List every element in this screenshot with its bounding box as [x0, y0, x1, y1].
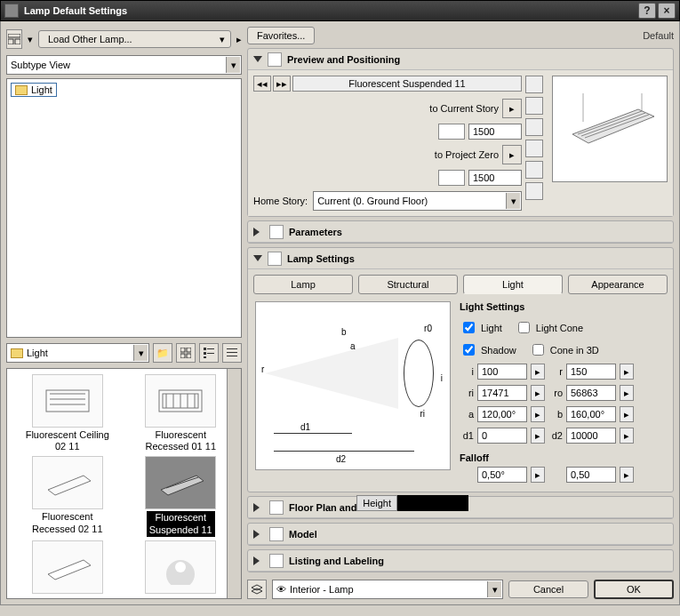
help-button[interactable]: ? [638, 3, 656, 19]
layers-icon [251, 584, 263, 595]
to-zero-input[interactable] [468, 170, 522, 186]
eye-icon: 👁 [276, 584, 286, 595]
falloff-a-flyout[interactable]: ▸ [531, 467, 545, 483]
thumb-preview [145, 374, 216, 428]
to-zero-flyout[interactable]: ▸ [502, 145, 522, 164]
home-story-dropdown[interactable]: Current (0. Ground Floor) ▾ [313, 191, 522, 211]
param-a-input[interactable] [477, 406, 527, 422]
param-b-label: b [548, 409, 563, 420]
next-object-button[interactable]: ▸▸ [273, 76, 291, 92]
param-b-flyout[interactable]: ▸ [620, 406, 634, 422]
thumb-item[interactable]: Fluorescent Recessed 02 11 [12, 456, 123, 536]
cone3d-checkbox-label: Cone in 3D [550, 345, 599, 356]
height-overlay-label: Height [356, 495, 397, 511]
layer-icon-button[interactable] [247, 580, 267, 599]
view-mode-button-5[interactable] [525, 161, 543, 179]
listing-header[interactable]: Listing and Labeling [248, 550, 673, 572]
lamp-tab-body: r b a r0 ri i d1 d2 Light Settings Light… [248, 294, 673, 492]
svg-marker-39 [252, 588, 262, 594]
model-header[interactable]: Model [248, 524, 673, 545]
param-ri-flyout[interactable]: ▸ [531, 385, 545, 401]
up-folder-button[interactable]: 📁 [153, 343, 172, 363]
thumb-preview [145, 540, 216, 594]
load-other-button[interactable]: Load Other Lamp... ▾ [38, 30, 231, 48]
disclosure-down-icon [253, 56, 262, 62]
falloff-b-input[interactable] [566, 467, 616, 483]
lightcone-checkbox[interactable]: Light Cone [515, 319, 583, 336]
view-mode-button-1[interactable] [525, 76, 543, 93]
tree-item-light[interactable]: Light [11, 83, 57, 97]
shadow-checkbox[interactable]: Shadow [460, 341, 516, 358]
falloff-a-input[interactable] [477, 467, 527, 483]
view-list-button[interactable] [222, 343, 242, 363]
view-large-icons-button[interactable] [176, 343, 196, 363]
param-ro-flyout[interactable]: ▸ [620, 385, 634, 401]
browser-folder-dropdown[interactable]: Light ▾ [6, 343, 149, 363]
light-cone-diagram: r b a r0 ri i d1 d2 [255, 301, 451, 470]
to-story-input[interactable] [468, 124, 522, 140]
thumbnails-scrollbar[interactable] [227, 369, 241, 598]
ok-button[interactable]: OK [594, 580, 674, 599]
thumb-item[interactable] [126, 540, 236, 596]
thumb-item[interactable] [12, 540, 123, 596]
view-mode-button-6[interactable] [525, 182, 543, 200]
favorites-button[interactable]: Favorites... [247, 27, 315, 44]
svg-rect-3 [180, 348, 185, 352]
thumb-item-selected[interactable]: Fluorescent Suspended 11 [126, 456, 236, 536]
parameters-header[interactable]: Parameters [248, 221, 673, 243]
svg-rect-12 [227, 348, 237, 349]
view-mode-button-4[interactable] [525, 140, 543, 157]
cancel-button[interactable]: Cancel [508, 580, 588, 598]
floorplan-section-icon [269, 500, 284, 515]
cone3d-checkbox[interactable]: Cone in 3D [529, 341, 599, 358]
layer-dropdown[interactable]: 👁 Interior - Lamp ▾ [272, 580, 503, 599]
subtype-view-dropdown[interactable]: Subtype View ▾ [6, 55, 242, 75]
param-r-flyout[interactable]: ▸ [620, 364, 634, 380]
svg-rect-13 [227, 352, 237, 353]
tab-lamp[interactable]: Lamp [253, 275, 353, 294]
model-title: Model [289, 529, 317, 540]
thumb-item[interactable]: Fluorescent Recessed 01 11 [126, 374, 236, 452]
to-story-flyout[interactable]: ▸ [502, 99, 522, 118]
param-a-flyout[interactable]: ▸ [531, 406, 545, 422]
object-name-field: Fluorescent Suspended 11 [292, 76, 522, 92]
thumb-item[interactable]: Fluorescent Ceiling 02 11 [12, 374, 123, 452]
to-story-row: to Current Story ▸ [253, 99, 522, 118]
prev-object-button[interactable]: ◂◂ [253, 76, 271, 92]
view-small-icons-button[interactable] [199, 343, 219, 363]
tab-light[interactable]: Light [463, 275, 563, 294]
svg-marker-27 [161, 476, 204, 495]
param-d2-flyout[interactable]: ▸ [620, 428, 634, 444]
view-mode-button[interactable] [6, 29, 22, 49]
preview-3d-viewport[interactable] [552, 76, 668, 182]
disclosure-right-icon [253, 556, 264, 565]
tab-appearance[interactable]: Appearance [568, 275, 668, 294]
param-d2-label: d2 [548, 430, 563, 441]
flyout-arrow-icon[interactable]: ▸ [236, 34, 242, 45]
falloff-b-flyout[interactable]: ▸ [620, 467, 634, 483]
preview-header[interactable]: Preview and Positioning [248, 49, 673, 70]
param-i-flyout[interactable]: ▸ [531, 364, 545, 380]
browser-toolbar: Light ▾ 📁 [6, 341, 242, 364]
library-tree[interactable]: Light [6, 78, 242, 338]
tab-structural[interactable]: Structural [358, 275, 458, 294]
param-d2-input[interactable] [566, 428, 616, 444]
view-mode-button-2[interactable] [525, 97, 543, 115]
parameters-panel: Parameters [247, 220, 674, 244]
param-i-input[interactable] [477, 364, 527, 380]
param-ro-input[interactable] [566, 385, 616, 401]
param-d1-input[interactable] [477, 428, 527, 444]
view-mode-button-3[interactable] [525, 118, 543, 136]
svg-rect-6 [187, 354, 191, 358]
param-d1-flyout[interactable]: ▸ [531, 428, 545, 444]
chevron-down-icon: ▾ [220, 34, 225, 45]
lamp-settings-header[interactable]: Lamp Settings [248, 248, 673, 269]
close-button[interactable]: × [658, 3, 676, 19]
light-checkbox[interactable]: Light [460, 319, 502, 336]
param-r-input[interactable] [566, 364, 616, 380]
diagram-label-a: a [350, 341, 356, 351]
param-b-input[interactable] [566, 406, 616, 422]
folder-up-icon: 📁 [156, 348, 169, 359]
param-ri-input[interactable] [477, 385, 527, 401]
bottom-bar: 👁 Interior - Lamp ▾ Cancel OK [247, 576, 674, 599]
